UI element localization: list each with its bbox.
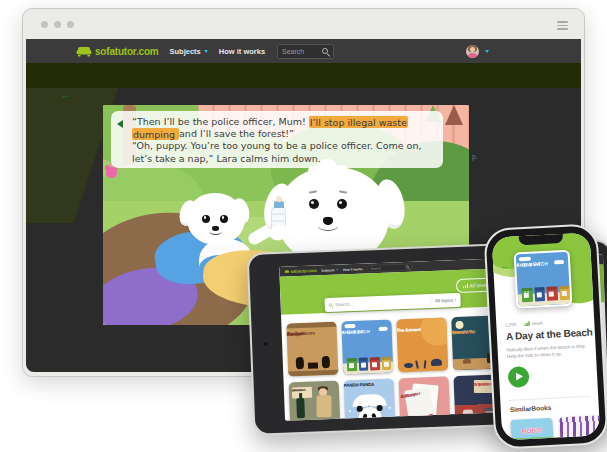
level-label: level [532, 320, 543, 326]
levels-icon [524, 321, 529, 326]
chevron-down-icon [204, 50, 208, 53]
book-cover-purple-forest[interactable] [559, 415, 600, 440]
panda-eye [362, 413, 367, 420]
bin-yellow [559, 286, 570, 301]
cover-title-line: The Cricket [397, 327, 420, 333]
avatar[interactable] [466, 45, 479, 58]
browser-menu-icon[interactable] [557, 21, 568, 32]
grade-circle [428, 414, 434, 420]
tree-shape [445, 105, 463, 125]
book-cover-ant-and-cricket[interactable]: The Ant andThe Cricket [396, 317, 448, 372]
cloud-shape [554, 260, 564, 264]
puppy-eye [202, 215, 210, 223]
nav-subjects[interactable]: Subjects [321, 268, 338, 272]
bin-green [521, 288, 532, 303]
window-controls [41, 21, 74, 28]
main-navbar: sofatutor.com Subjects How it works Sear… [26, 39, 581, 63]
puppy-eye [220, 215, 228, 223]
search-icon[interactable] [321, 47, 329, 55]
play-button[interactable] [508, 366, 530, 388]
search-input[interactable]: Search [277, 44, 334, 59]
story-text: “Oh, puppy. You’re too young to be a pol… [132, 140, 421, 151]
book-cover-ancient-civilisations[interactable]: AncientCivilisationsEurope [286, 322, 338, 377]
search-placeholder: Search [370, 266, 380, 270]
story-text: and I’ll save the forest!” [179, 128, 294, 139]
phone-screen: ← A DAY ATTHE BEACH L290 level A Da [492, 233, 600, 441]
nav-subjects-label: Subjects [321, 268, 335, 272]
bin-eyes [524, 291, 526, 293]
book-description: Nobody likes it when the beach is dirty.… [506, 342, 595, 360]
nav-how-it-works[interactable]: How it works [343, 267, 363, 271]
chevron-down-icon [336, 269, 338, 271]
nav-subjects[interactable]: Subjects [170, 47, 208, 56]
cover-art [296, 398, 305, 418]
cover-art [463, 359, 471, 364]
bottle-cap [274, 201, 284, 208]
panda-nose [369, 419, 372, 420]
marketing-composite: sofatutor.com Subjects How it works Sear… [0, 0, 607, 452]
story-line: dumping and I’ll save the forest!” [132, 128, 435, 140]
divider [508, 396, 590, 401]
book-cover-sherlock-holmes[interactable]: SherlockHolmes A SCANDALIN BOHEMIA [289, 381, 341, 421]
cover-art [308, 362, 318, 368]
bin-blue [358, 358, 368, 371]
book-cover-busy-semester[interactable]: A BusySemester [399, 376, 451, 420]
cover-art [296, 357, 304, 369]
cover-art [424, 360, 426, 368]
cover-title-line: THE BEACH [516, 261, 548, 268]
divider [430, 297, 431, 305]
logo-text: sofatutor.com [95, 46, 159, 57]
cover-title-line: THE BEACH [342, 329, 371, 335]
highlighted-text: I’ll stop illegal waste [309, 116, 408, 128]
chevron-down-icon [455, 299, 457, 301]
window-control-dot[interactable] [67, 21, 74, 28]
couch-icon [76, 46, 92, 57]
account-menu[interactable] [466, 45, 489, 58]
cloud-shape [519, 257, 531, 262]
cover-art [317, 395, 332, 417]
book-cover-day-at-the-beach[interactable]: A DAY ATTHE BEACH [514, 250, 573, 309]
panda-face [359, 407, 382, 421]
mother-dog-eye [337, 199, 347, 209]
window-control-dot[interactable] [54, 21, 61, 28]
nav-how-it-works[interactable]: How it works [219, 47, 265, 56]
sofatutor-logo[interactable]: sofatutor.com [76, 46, 159, 57]
cover-art [415, 361, 418, 369]
speaker-marker-icon[interactable] [117, 120, 123, 128]
dimmed-text: p. [472, 153, 478, 160]
level-code: L290 [505, 322, 516, 328]
bin-blue [534, 287, 545, 302]
back-arrow[interactable]: ← [59, 87, 72, 102]
cover-title-line: Holmes [292, 388, 304, 392]
bottle-nipple [276, 196, 282, 202]
figure-shape [463, 409, 474, 421]
window-control-dot[interactable] [41, 21, 48, 28]
cover-title-line: BOB'S [511, 426, 553, 436]
puppy-mouth [209, 228, 222, 235]
baby-bottle [269, 195, 289, 243]
cover-title-line: A RAINY DAY [344, 383, 363, 387]
back-arrow[interactable]: ← [500, 260, 511, 272]
bin-green [347, 358, 357, 371]
bin-red [546, 286, 557, 301]
dimmed-header-strip [26, 63, 581, 88]
moon-shape [455, 321, 463, 329]
search-placeholder: Search [282, 48, 304, 55]
similar-books-heading: SimilarBooks [510, 401, 600, 413]
story-text: let’s take a nap,” Lara calms him down. [132, 153, 321, 164]
logo-text[interactable]: sofatutor.com [290, 268, 317, 274]
book-cover-panda-panda[interactable]: PANDA PANDAA RAINY DAY [344, 379, 396, 421]
mother-dog-eye [309, 199, 319, 209]
search-placeholder: Search... [335, 302, 353, 308]
story-text: “Then I’ll be the police officer, Mum! [132, 116, 309, 127]
camera-dot [263, 341, 268, 346]
book-cover-day-at-the-beach[interactable]: A DAY ATTHE BEACH [341, 320, 393, 375]
search-icon [329, 303, 333, 307]
rain-dots [349, 410, 351, 412]
search-input[interactable]: Search [368, 263, 412, 271]
book-cover-bobs[interactable]: BOB'S [510, 418, 554, 441]
topics-dropdown[interactable]: All topics [435, 298, 457, 304]
couch-icon [284, 270, 289, 274]
cover-art [420, 317, 448, 346]
cloud-shape [379, 327, 388, 331]
